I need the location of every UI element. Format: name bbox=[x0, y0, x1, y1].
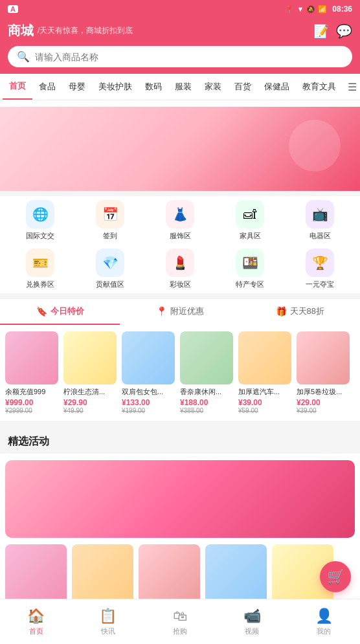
category-coupon[interactable]: 🎫 兑换券区 bbox=[5, 245, 75, 293]
search-input[interactable] bbox=[35, 52, 343, 62]
cat-label-checkin: 签到 bbox=[103, 231, 117, 241]
product-original-5: ¥59.00 bbox=[238, 407, 291, 414]
product-name-3: 双肩包女包... bbox=[122, 387, 175, 396]
specialty-icon: 🍱 bbox=[236, 249, 264, 277]
promo-tab-everyday[interactable]: 🎁 天天88折 bbox=[240, 299, 360, 325]
bottom-nav-news[interactable]: 📋 快讯 bbox=[72, 604, 144, 640]
category-furniture[interactable]: 🛋 家具区 bbox=[215, 196, 285, 245]
contribution-icon: 💎 bbox=[96, 249, 124, 277]
tab-education[interactable]: 教育文具 bbox=[296, 74, 343, 99]
cart-icon: 🛒 bbox=[327, 568, 344, 585]
checkin-icon: 📅 bbox=[96, 200, 124, 228]
search-wrap[interactable]: 🔍 bbox=[8, 46, 352, 67]
banner-image[interactable] bbox=[0, 107, 360, 191]
home-icon: 🏠 bbox=[27, 608, 45, 625]
product-price-3: ¥133.00 bbox=[122, 398, 175, 407]
cat-label-coupon: 兑换券区 bbox=[26, 280, 54, 289]
promo-product-list: 余额充值999 ¥999.00 ¥2999.00 柠浪生态清... ¥29.90… bbox=[0, 325, 360, 421]
tab-food[interactable]: 食品 bbox=[32, 74, 62, 99]
message-icon[interactable]: 💬 bbox=[336, 23, 352, 39]
app-icon: A bbox=[8, 5, 18, 13]
activity-img-2 bbox=[72, 544, 133, 606]
cat-label-clothing: 服饰区 bbox=[170, 231, 191, 241]
category-row-1: 🌐 国际文交 📅 签到 👗 服饰区 🛋 家具区 📺 电器区 bbox=[0, 196, 360, 245]
tab-health[interactable]: 保健品 bbox=[258, 74, 296, 99]
app-title: 商城 bbox=[8, 22, 34, 39]
tab-department[interactable]: 百货 bbox=[228, 74, 258, 99]
wifi-icon: 📶 bbox=[318, 5, 327, 14]
nearby-icon: 📍 bbox=[156, 306, 167, 316]
product-card-1[interactable]: 余额充值999 ¥999.00 ¥2999.00 bbox=[5, 331, 58, 414]
tab-home[interactable]: 首页 bbox=[3, 74, 32, 100]
promo-tabs: 🔖 今日特价 📍 附近优惠 🎁 天天88折 bbox=[0, 298, 360, 325]
category-section-2: 🎫 兑换券区 💎 贡献值区 💄 彩妆区 🍱 特产专区 🏆 一元夺宝 bbox=[0, 245, 360, 293]
cat-label-electronics: 电器区 bbox=[309, 231, 331, 241]
banner-section bbox=[0, 100, 360, 191]
product-card-4[interactable]: 香奈康休闲... ¥188.00 ¥388.00 bbox=[180, 331, 233, 414]
product-original-3: ¥199.00 bbox=[122, 407, 175, 414]
product-card-5[interactable]: 加厚遮汽车... ¥39.00 ¥59.00 bbox=[238, 331, 291, 414]
product-img-3 bbox=[122, 331, 175, 384]
signal-icon: ▼ bbox=[297, 5, 304, 13]
product-name-2: 柠浪生态清... bbox=[63, 387, 117, 396]
app-header: 商城 /天天有惊喜，商城折扣到底 📝 💬 bbox=[0, 18, 360, 46]
category-specialty[interactable]: 🍱 特产专区 bbox=[215, 245, 285, 293]
product-price-5: ¥39.00 bbox=[238, 398, 291, 407]
tab-mother-baby[interactable]: 母婴 bbox=[62, 74, 92, 99]
category-makeup[interactable]: 💄 彩妆区 bbox=[145, 245, 215, 293]
lucky-draw-icon: 🏆 bbox=[306, 249, 334, 277]
cat-label-furniture: 家具区 bbox=[240, 231, 261, 241]
tab-digital[interactable]: 数码 bbox=[139, 74, 168, 99]
product-img-5 bbox=[238, 331, 291, 384]
category-section-1: 🌐 国际文交 📅 签到 👗 服饰区 🛋 家具区 📺 电器区 bbox=[0, 196, 360, 245]
promo-tab-everyday-label: 天天88折 bbox=[290, 305, 324, 317]
product-name-4: 香奈康休闲... bbox=[180, 387, 233, 396]
home-label: 首页 bbox=[29, 627, 43, 636]
electronics-icon: 📺 bbox=[306, 200, 334, 228]
coupon-icon: 🎫 bbox=[26, 249, 54, 277]
news-icon: 📋 bbox=[99, 608, 117, 625]
edit-icon[interactable]: 📝 bbox=[313, 23, 330, 39]
time-display: 08:36 bbox=[332, 5, 352, 14]
category-international[interactable]: 🌐 国际文交 bbox=[5, 196, 75, 245]
category-contribution[interactable]: 💎 贡献值区 bbox=[75, 245, 145, 293]
bottom-nav-profile[interactable]: 👤 我的 bbox=[288, 604, 360, 640]
product-name-1: 余额充值999 bbox=[5, 387, 58, 396]
tab-beauty[interactable]: 美妆护肤 bbox=[92, 74, 139, 99]
product-name-6: 加厚5卷垃圾... bbox=[297, 387, 350, 396]
furniture-icon: 🛋 bbox=[236, 200, 264, 228]
bottom-navigation: 🏠 首页 📋 快讯 🛍 抢购 📹 视频 👤 我的 bbox=[0, 599, 360, 644]
mute-icon: 🔕 bbox=[306, 5, 315, 14]
status-icons: 📍 ▼ 🔕 📶 08:36 bbox=[285, 5, 352, 14]
bottom-nav-flash-sale[interactable]: 🛍 抢购 bbox=[144, 604, 216, 640]
news-label: 快讯 bbox=[101, 627, 115, 636]
header-subtitle: /天天有惊喜，商城折扣到底 bbox=[38, 25, 133, 36]
tab-home-decor[interactable]: 家装 bbox=[198, 74, 228, 99]
activity-banner[interactable] bbox=[5, 460, 355, 538]
activity-img-3 bbox=[139, 544, 200, 606]
profile-icon: 👤 bbox=[315, 608, 333, 625]
video-icon: 📹 bbox=[243, 608, 261, 625]
daily-deal-icon: 🔖 bbox=[36, 306, 47, 316]
category-row-2: 🎫 兑换券区 💎 贡献值区 💄 彩妆区 🍱 特产专区 🏆 一元夺宝 bbox=[0, 245, 360, 293]
category-checkin[interactable]: 📅 签到 bbox=[75, 196, 145, 245]
promo-tab-nearby[interactable]: 📍 附近优惠 bbox=[120, 299, 240, 325]
category-lucky-draw[interactable]: 🏆 一元夺宝 bbox=[285, 245, 355, 293]
cart-fab[interactable]: 🛒 bbox=[320, 561, 351, 592]
cat-label-international: 国际文交 bbox=[26, 231, 54, 241]
product-original-4: ¥388.00 bbox=[180, 407, 233, 414]
bottom-nav-video[interactable]: 📹 视频 bbox=[216, 604, 288, 640]
product-card-2[interactable]: 柠浪生态清... ¥29.90 ¥49.90 bbox=[63, 331, 117, 414]
product-original-2: ¥49.90 bbox=[63, 407, 117, 414]
nav-more-icon[interactable]: ☰ bbox=[343, 74, 360, 100]
product-card-6[interactable]: 加厚5卷垃圾... ¥29.00 ¥39.00 bbox=[297, 331, 350, 414]
product-card-3[interactable]: 双肩包女包... ¥133.00 ¥199.00 bbox=[122, 331, 175, 414]
category-electronics[interactable]: 📺 电器区 bbox=[285, 196, 355, 245]
profile-label: 我的 bbox=[317, 627, 331, 636]
product-img-4 bbox=[180, 331, 233, 384]
tab-clothing[interactable]: 服装 bbox=[168, 74, 198, 99]
product-price-2: ¥29.90 bbox=[63, 398, 117, 407]
category-clothing[interactable]: 👗 服饰区 bbox=[145, 196, 215, 245]
promo-tab-daily[interactable]: 🔖 今日特价 bbox=[0, 299, 120, 325]
bottom-nav-home[interactable]: 🏠 首页 bbox=[0, 604, 72, 640]
